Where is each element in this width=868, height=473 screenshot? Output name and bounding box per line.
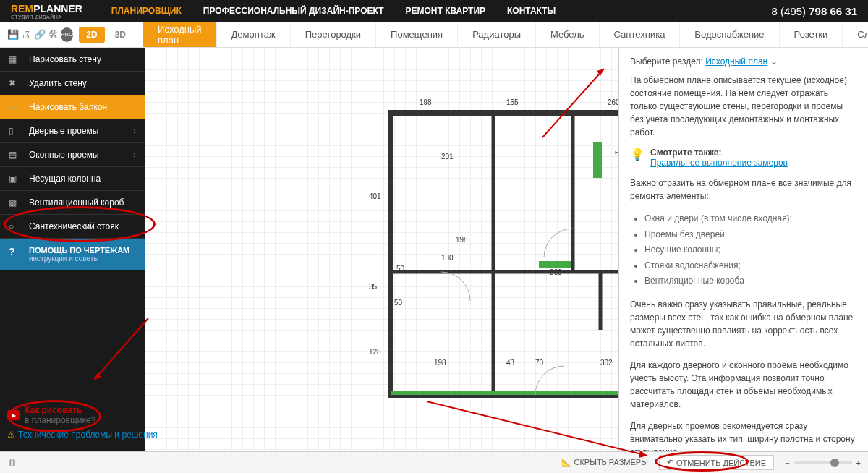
bulb-icon: 💡 xyxy=(630,148,644,161)
tabs: Исходный план Демонтаж Перегородки Помещ… xyxy=(143,22,868,47)
link-icon[interactable]: 🔗 xyxy=(34,26,46,43)
svg-rect-7 xyxy=(593,142,602,178)
dim: 198 xyxy=(456,236,468,244)
pro-badge[interactable]: PRO xyxy=(61,27,73,42)
dim: 128 xyxy=(369,348,381,356)
tab-sockets[interactable]: Розетки xyxy=(780,22,843,47)
tools-icon[interactable]: 🛠 xyxy=(48,26,58,43)
howto-link[interactable]: ▶ Как рисоватьв планировщике? xyxy=(7,405,158,425)
elements-list: Окна и двери (в том числе входная); Прое… xyxy=(644,211,857,289)
desc-p1: На обмерном плане описывается текущее (и… xyxy=(630,74,857,139)
print-icon[interactable]: 🖨 xyxy=(22,26,31,43)
dim: 155 xyxy=(506,98,519,106)
dim: 50 xyxy=(394,299,402,307)
trash-icon[interactable]: 🗑 xyxy=(7,457,17,468)
dim: 70 xyxy=(535,359,543,367)
warning-icon: ⚠ xyxy=(7,430,15,440)
footer: 🗑 📐 СКРЫТЬ РАЗМЕРЫ ↶ ОТМЕНИТЬ ДЕЙСТВИЕ −… xyxy=(0,451,868,473)
tab-partitions[interactable]: Перегородки xyxy=(291,22,376,47)
sidebar-window-openings[interactable]: ▤Оконные проемы› xyxy=(0,143,145,167)
tab-plumbing[interactable]: Сантехника xyxy=(600,22,681,47)
logo[interactable]: REMPLANNER СТУДИЯ ДИЗАЙНА xyxy=(11,3,82,20)
dim: 401 xyxy=(369,192,381,200)
youtube-icon: ▶ xyxy=(7,410,20,420)
chevron-down-icon: ⌄ xyxy=(770,56,778,67)
tab-demolition[interactable]: Демонтаж xyxy=(217,22,291,47)
tab-lowvolt[interactable]: Слаботочка xyxy=(843,22,868,47)
tab-source-plan[interactable]: Исходный план xyxy=(143,22,217,47)
right-panel: ✕ Выберите раздел: Исходный план ⌄ На об… xyxy=(618,48,868,451)
svg-rect-8 xyxy=(539,261,571,268)
sidebar-delete-wall[interactable]: ✖Удалить стену xyxy=(0,72,145,95)
hide-dims-button[interactable]: 📐 СКРЫТЬ РАЗМЕРЫ xyxy=(561,458,648,467)
help-block[interactable]: ? ПОМОЩЬ ПО ЧЕРТЕЖАМ инструкции и советы xyxy=(0,239,145,270)
toolbar: 💾 🖨 🔗 🛠 PRO 2D 3D Исходный план Демонтаж… xyxy=(0,22,868,48)
desc-p4: Для каждого дверного и оконного проема н… xyxy=(630,359,857,411)
dim: 201 xyxy=(441,153,454,161)
dim: 198 xyxy=(420,98,432,106)
sidebar-vent-box[interactable]: ▩Вентиляционный короб xyxy=(0,191,145,215)
tech-problems-link[interactable]: ⚠ Технические проблемы и решения xyxy=(7,430,158,440)
save-icon[interactable]: 💾 xyxy=(7,26,19,43)
dim: 260 xyxy=(550,268,562,276)
nav-planner[interactable]: ПЛАНИРОВЩИК xyxy=(111,6,182,16)
zoom-in-icon[interactable]: + xyxy=(856,459,861,467)
sidebar-column[interactable]: ▣Несущая колонна xyxy=(0,167,145,191)
zoom-slider[interactable]: − + xyxy=(785,459,861,467)
sidebar-plumbing-riser[interactable]: ○Сантехнический стояк xyxy=(0,215,145,239)
tab-radiators[interactable]: Радиаторы xyxy=(458,22,536,47)
sidebar-draw-balcony[interactable]: ▭Нарисовать балкон xyxy=(0,95,145,119)
sidebar-draw-wall[interactable]: ▦Нарисовать стену xyxy=(0,48,145,72)
undo-button[interactable]: ↶ ОТМЕНИТЬ ДЕЙСТВИЕ xyxy=(659,455,774,470)
link-measurements[interactable]: Правильное выполнение замеров xyxy=(650,158,788,168)
dim: 43 xyxy=(506,359,514,367)
desc-p2: Важно отразить на обмерном плане все зна… xyxy=(630,176,857,203)
top-nav: ПЛАНИРОВЩИК ПРОФЕССИОНАЛЬНЫЙ ДИЗАЙН-ПРОЕ… xyxy=(111,6,556,16)
sidebar-door-openings[interactable]: ▯Дверные проемы› xyxy=(0,119,145,143)
header: REMPLANNER СТУДИЯ ДИЗАЙНА ПЛАНИРОВЩИК ПР… xyxy=(0,0,868,22)
tab-rooms[interactable]: Помещения xyxy=(376,22,458,47)
dim: 35 xyxy=(369,283,377,291)
canvas[interactable]: 198 155 260 46 113 103 66 84 184 103 50 … xyxy=(145,48,618,451)
dim: 50 xyxy=(396,265,404,273)
desc-p3: Очень важно сразу указывать правильные, … xyxy=(630,298,857,350)
sidebar: ▦Нарисовать стену ✖Удалить стену ▭Нарисо… xyxy=(0,48,145,451)
dim: 130 xyxy=(441,254,454,262)
view-2d-button[interactable]: 2D xyxy=(79,27,104,43)
desc-p5: Для дверных проемов рекомендуется сразу … xyxy=(630,419,857,451)
dim: 198 xyxy=(434,359,446,367)
section-select[interactable]: Выберите раздел: Исходный план ⌄ xyxy=(630,56,857,67)
bottom-links: ▶ Как рисоватьв планировщике? ⚠ Техничес… xyxy=(7,405,158,440)
see-also-1: 💡 Смотрите также:Правильное выполнение з… xyxy=(630,148,857,168)
zoom-out-icon[interactable]: − xyxy=(785,459,789,467)
nav-design[interactable]: ПРОФЕССИОНАЛЬНЫЙ ДИЗАЙН-ПРОЕКТ xyxy=(203,6,384,16)
question-icon: ? xyxy=(9,246,23,260)
nav-contacts[interactable]: КОНТАКТЫ xyxy=(507,6,556,16)
tab-water[interactable]: Водоснабжение xyxy=(680,22,779,47)
dim: 302 xyxy=(600,359,613,367)
tab-furniture[interactable]: Мебель xyxy=(536,22,600,47)
phone: 8 (495) 798 66 31 xyxy=(772,5,857,17)
nav-repair[interactable]: РЕМОНТ КВАРТИР xyxy=(405,6,485,16)
view-3d-button[interactable]: 3D xyxy=(108,27,133,43)
